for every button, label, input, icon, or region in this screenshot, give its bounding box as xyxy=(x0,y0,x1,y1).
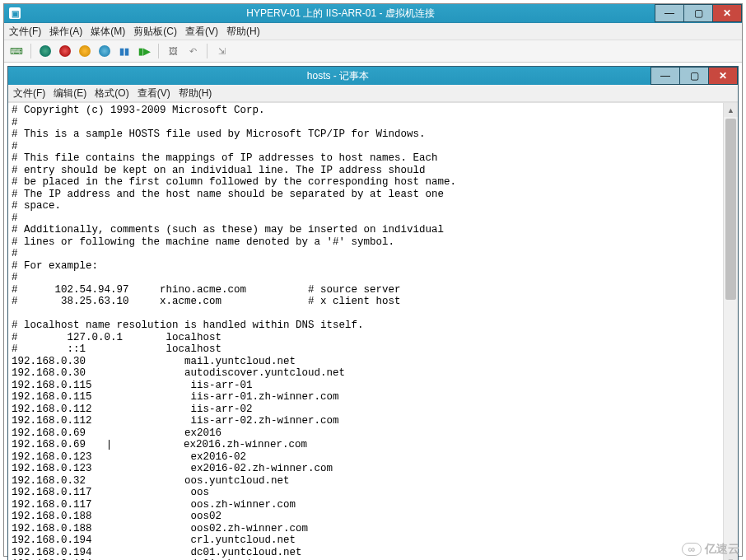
toolbar-separator xyxy=(158,44,159,58)
maximize-button[interactable]: ▢ xyxy=(683,4,713,22)
hv-menu-file[interactable]: 文件(F) xyxy=(9,25,41,39)
share-icon[interactable]: ⇲ xyxy=(214,44,229,58)
np-menu-format[interactable]: 格式(O) xyxy=(95,86,128,100)
hyperv-toolbar: ⌨ ▮▮ ▮▶ 🖼 ↶ ⇲ xyxy=(4,40,742,63)
watermark: 亿速云 xyxy=(682,542,739,557)
start-icon[interactable] xyxy=(38,44,53,58)
toolbar-separator xyxy=(207,44,207,58)
hosts-file-content: # Copyright (c) 1993-2009 Microsoft Corp… xyxy=(8,103,738,560)
np-close-button[interactable]: ✕ xyxy=(708,67,738,85)
notepad-menubar: 文件(F) 编辑(E) 格式(O) 查看(V) 帮助(H) xyxy=(8,85,738,102)
minimize-button[interactable]: — xyxy=(655,4,684,22)
pause-icon[interactable]: ▮▮ xyxy=(117,44,132,58)
hyperv-icon: ▣ xyxy=(9,7,21,19)
hv-menu-view[interactable]: 查看(V) xyxy=(185,25,218,39)
watermark-icon xyxy=(682,543,702,556)
np-menu-edit[interactable]: 编辑(E) xyxy=(54,86,86,100)
notepad-window: hosts - 记事本 — ▢ ✕ 文件(F) 编辑(E) 格式(O) 查看(V… xyxy=(7,66,739,560)
scroll-thumb[interactable] xyxy=(725,119,736,300)
hv-menu-action[interactable]: 操作(A) xyxy=(49,25,82,39)
hv-menu-help[interactable]: 帮助(H) xyxy=(226,25,260,39)
checkpoint-icon[interactable]: 🖼 xyxy=(166,44,180,58)
vertical-scrollbar[interactable]: ▲ ▼ xyxy=(723,103,738,560)
close-button[interactable]: ✕ xyxy=(712,4,742,22)
np-minimize-button[interactable]: — xyxy=(650,67,680,85)
ctrlaltdel-icon[interactable]: ⌨ xyxy=(9,44,24,58)
hyperv-titlebar: ▣ HYPERV-01 上的 IIS-ARR-01 - 虚拟机连接 — ▢ ✕ xyxy=(4,4,742,23)
hv-menu-clip[interactable]: 剪贴板(C) xyxy=(133,25,177,39)
scroll-up-icon[interactable]: ▲ xyxy=(724,103,738,117)
watermark-text: 亿速云 xyxy=(705,542,739,557)
np-menu-view[interactable]: 查看(V) xyxy=(138,86,170,100)
hyperv-title: HYPERV-01 上的 IIS-ARR-01 - 虚拟机连接 xyxy=(26,7,655,21)
shutdown-icon[interactable] xyxy=(77,44,92,58)
hv-menu-media[interactable]: 媒体(M) xyxy=(91,25,125,39)
hyperv-menubar: 文件(F) 操作(A) 媒体(M) 剪贴板(C) 查看(V) 帮助(H) xyxy=(4,23,742,40)
save-icon[interactable] xyxy=(97,44,112,58)
notepad-text-area[interactable]: # Copyright (c) 1993-2009 Microsoft Corp… xyxy=(8,102,738,560)
reset-icon[interactable]: ▮▶ xyxy=(137,44,152,58)
toolbar-separator xyxy=(30,44,31,58)
np-menu-file[interactable]: 文件(F) xyxy=(13,86,45,100)
turnoff-icon[interactable] xyxy=(58,44,72,58)
revert-icon[interactable]: ↶ xyxy=(185,44,200,58)
notepad-titlebar: hosts - 记事本 — ▢ ✕ xyxy=(8,67,738,85)
np-maximize-button[interactable]: ▢ xyxy=(679,67,709,85)
np-menu-help[interactable]: 帮助(H) xyxy=(179,86,212,100)
notepad-title: hosts - 记事本 xyxy=(25,69,651,83)
